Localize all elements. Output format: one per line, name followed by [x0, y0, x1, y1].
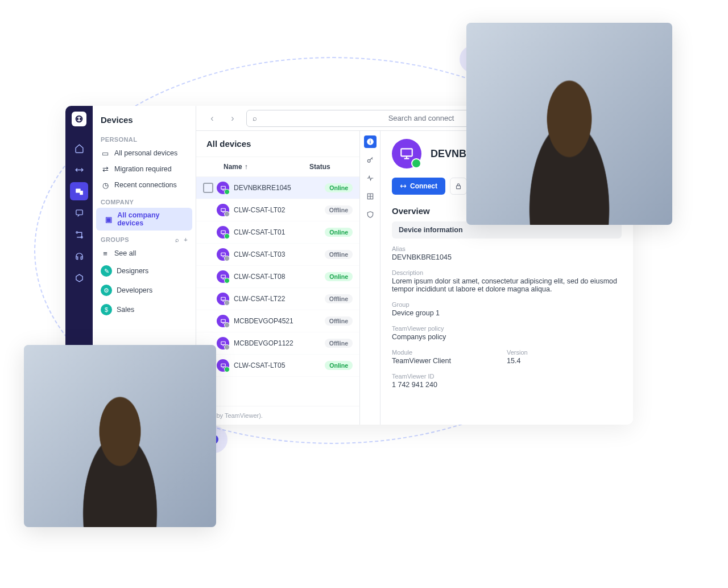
nav-support-icon[interactable] — [70, 247, 88, 265]
nav-chat-icon[interactable] — [70, 204, 88, 222]
svg-rect-7 — [221, 186, 225, 189]
device-name: CLW-CSAT-LT01 — [234, 228, 325, 236]
monitor-icon: ▭ — [101, 149, 110, 158]
nav-home-icon[interactable] — [70, 139, 88, 157]
sidebar-item-migration[interactable]: ⇄Migration required — [93, 161, 196, 177]
page-title: Devices — [93, 109, 196, 130]
device-row[interactable]: CLW-CSAT-LT08Online — [196, 266, 359, 288]
svg-rect-8 — [221, 208, 225, 211]
nav-devices-icon[interactable] — [70, 182, 88, 200]
group-sales[interactable]: $Sales — [93, 300, 196, 319]
svg-rect-14 — [221, 342, 225, 344]
marketing-photo — [24, 345, 216, 527]
group-developers[interactable]: ⚙Developers — [93, 281, 196, 300]
svg-rect-21 — [401, 149, 412, 156]
nav-workflow-icon[interactable] — [70, 225, 88, 244]
group-avatar-icon: $ — [101, 304, 112, 315]
back-button[interactable]: ‹ — [205, 112, 219, 125]
device-avatar-icon — [392, 139, 421, 168]
tab-key-icon[interactable] — [364, 154, 377, 166]
svg-rect-15 — [221, 364, 225, 367]
device-name: CLW-CSAT-LT08 — [234, 273, 325, 281]
tab-info-icon[interactable] — [364, 135, 377, 148]
device-row[interactable]: MCBDEVGOP4521Offline — [196, 310, 359, 332]
search-icon: ⌕ — [253, 114, 257, 122]
status-badge: Offline — [325, 316, 353, 326]
device-row[interactable]: CLW-CSAT-LT03Offline — [196, 244, 359, 266]
device-name: MCBDEVGOP1122 — [234, 339, 325, 347]
version-value: 15.4 — [507, 357, 622, 365]
devices-icon: ▣ — [104, 215, 113, 224]
device-name: DEVNBKBRE1045 — [234, 184, 325, 192]
group-designers[interactable]: ✎Designers — [93, 261, 196, 281]
status-badge: Offline — [325, 250, 353, 259]
svg-rect-13 — [221, 319, 225, 322]
svg-marker-6 — [76, 274, 82, 282]
device-row[interactable]: MCBDEVGOP1122Offline — [196, 332, 359, 355]
group-avatar-icon: ✎ — [101, 265, 112, 277]
footer-attribution: ded by TeamViewer). — [196, 406, 359, 425]
svg-rect-18 — [370, 140, 370, 141]
migration-icon: ⇄ — [101, 165, 110, 174]
teamviewer-id-value: 1 742 941 240 — [392, 381, 622, 389]
group-avatar-icon: ⚙ — [101, 285, 112, 296]
device-icon — [217, 337, 229, 349]
status-badge: Online — [325, 361, 353, 370]
nav-transfer-icon[interactable] — [70, 161, 88, 179]
status-badge: Offline — [325, 205, 353, 215]
device-icon — [217, 359, 229, 372]
lock-button[interactable] — [450, 178, 467, 195]
group-value: Device group 1 — [392, 309, 622, 317]
clock-icon: ◷ — [101, 180, 110, 190]
device-icon — [217, 182, 229, 194]
device-icon — [217, 204, 229, 216]
device-row[interactable]: CLW-CSAT-LT01Online — [196, 221, 359, 244]
forward-button[interactable]: › — [226, 112, 239, 125]
sidebar-item-personal-devices[interactable]: ▭All personal devices — [93, 145, 196, 161]
add-icon[interactable]: + — [184, 236, 188, 243]
section-personal: PERSONAL — [93, 130, 196, 145]
svg-rect-3 — [76, 209, 82, 215]
marketing-photo — [466, 23, 672, 225]
sidebar-item-recent[interactable]: ◷Recent connections — [93, 177, 196, 193]
device-icon — [217, 315, 229, 327]
status-badge: Offline — [325, 294, 353, 303]
svg-point-4 — [76, 231, 77, 233]
status-badge: Online — [325, 228, 353, 237]
tab-shield-icon[interactable] — [364, 208, 377, 221]
row-checkbox[interactable] — [203, 183, 213, 193]
connect-button[interactable]: Connect — [392, 178, 445, 195]
device-row[interactable]: CLW-CSAT-LT22Offline — [196, 288, 359, 310]
sidebar-item-see-all[interactable]: ≡See all — [93, 245, 196, 261]
section-company: COMPANY — [93, 193, 196, 208]
svg-rect-9 — [221, 231, 225, 233]
sidebar-item-company-devices[interactable]: ▣All company devices — [96, 208, 192, 231]
sort-asc-icon[interactable]: ↑ — [245, 163, 248, 171]
device-name: CLW-CSAT-LT03 — [234, 250, 325, 258]
device-list: All devices Name↑ Status DEVNBKBRE1045On… — [196, 131, 360, 425]
svg-rect-12 — [221, 297, 225, 300]
svg-rect-17 — [370, 141, 370, 143]
device-name: CLW-CSAT-LT02 — [234, 206, 325, 214]
status-badge: Online — [325, 183, 353, 192]
module-value: TeamViewer Client — [392, 357, 507, 365]
device-row[interactable]: DEVNBKBRE1045Online — [196, 177, 359, 199]
device-icon — [217, 248, 229, 261]
nav-settings-icon[interactable] — [70, 269, 88, 287]
description-value: Lorem ipsum dolor sit amet, consectetur … — [392, 277, 622, 293]
tab-health-icon[interactable] — [364, 172, 377, 184]
detail-tab-rail — [360, 131, 380, 425]
list-heading: All devices — [196, 131, 359, 157]
device-icon — [217, 270, 229, 283]
device-row[interactable]: CLW-CSAT-LT05Online — [196, 355, 359, 377]
svg-rect-11 — [221, 275, 225, 278]
status-badge: Online — [325, 272, 353, 281]
svg-point-19 — [367, 159, 370, 162]
device-row[interactable]: CLW-CSAT-LT02Offline — [196, 199, 359, 221]
status-badge: Offline — [325, 339, 353, 348]
app-logo[interactable] — [72, 112, 86, 126]
search-icon[interactable]: ⌕ — [175, 236, 179, 243]
tab-grid-icon[interactable] — [364, 190, 377, 203]
list-icon: ≡ — [101, 249, 110, 258]
section-groups: GROUPS ⌕ + — [93, 231, 196, 245]
